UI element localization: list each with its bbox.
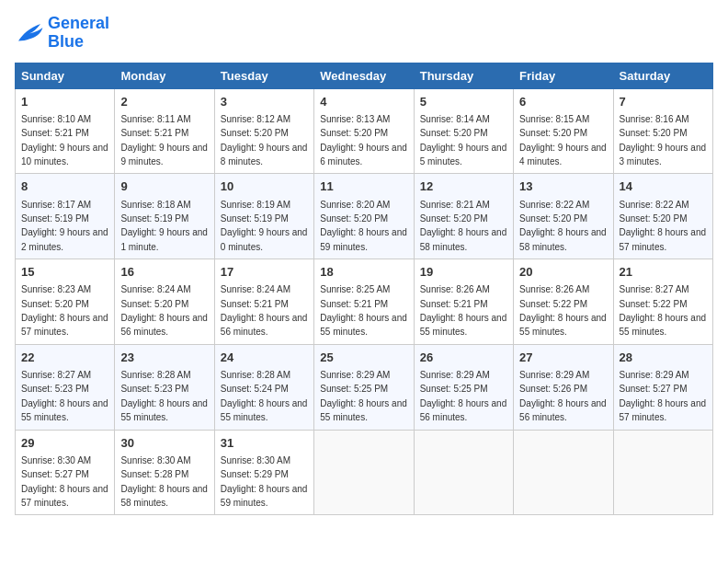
day-info: Sunrise: 8:16 AMSunset: 5:20 PMDaylight:…: [620, 114, 707, 167]
day-info: Sunrise: 8:30 AMSunset: 5:27 PMDaylight:…: [21, 455, 108, 508]
day-cell-8: 8Sunrise: 8:17 AMSunset: 5:19 PMDaylight…: [16, 174, 115, 259]
day-number: 23: [120, 350, 208, 366]
day-cell-13: 13Sunrise: 8:22 AMSunset: 5:20 PMDayligh…: [514, 174, 613, 259]
day-info: Sunrise: 8:30 AMSunset: 5:28 PMDaylight:…: [120, 455, 208, 508]
day-number: 1: [21, 94, 108, 110]
day-number: 30: [120, 435, 208, 452]
day-cell-10: 10Sunrise: 8:19 AMSunset: 5:19 PMDayligh…: [214, 174, 313, 259]
day-info: Sunrise: 8:25 AMSunset: 5:21 PMDaylight:…: [320, 284, 407, 337]
day-cell-21: 21Sunrise: 8:27 AMSunset: 5:22 PMDayligh…: [613, 259, 712, 345]
day-info: Sunrise: 8:15 AMSunset: 5:20 PMDaylight:…: [519, 114, 607, 167]
day-number: 27: [519, 350, 607, 366]
day-number: 20: [519, 264, 607, 281]
day-info: Sunrise: 8:27 AMSunset: 5:23 PMDaylight:…: [21, 370, 108, 422]
day-cell-4: 4Sunrise: 8:13 AMSunset: 5:20 PMDaylight…: [314, 88, 414, 174]
logo-text: General Blue: [48, 15, 109, 52]
calendar-week-1: 1Sunrise: 8:10 AMSunset: 5:21 PMDaylight…: [16, 88, 713, 174]
day-number: 12: [420, 178, 507, 195]
day-number: 31: [221, 435, 308, 452]
day-info: Sunrise: 8:11 AMSunset: 5:21 PMDaylight:…: [120, 114, 208, 167]
day-number: 15: [21, 264, 108, 281]
day-cell-23: 23Sunrise: 8:28 AMSunset: 5:23 PMDayligh…: [115, 344, 214, 430]
day-number: 26: [420, 350, 507, 366]
day-header-tuesday: Tuesday: [214, 63, 313, 88]
day-header-thursday: Thursday: [414, 63, 513, 88]
day-info: Sunrise: 8:14 AMSunset: 5:20 PMDaylight:…: [420, 114, 507, 167]
day-cell-25: 25Sunrise: 8:29 AMSunset: 5:25 PMDayligh…: [314, 344, 414, 430]
day-cell-20: 20Sunrise: 8:26 AMSunset: 5:22 PMDayligh…: [514, 259, 613, 345]
day-cell-14: 14Sunrise: 8:22 AMSunset: 5:20 PMDayligh…: [613, 174, 712, 259]
calendar-week-4: 22Sunrise: 8:27 AMSunset: 5:23 PMDayligh…: [16, 344, 713, 430]
day-number: 16: [120, 264, 208, 281]
day-number: 22: [21, 350, 108, 366]
day-info: Sunrise: 8:17 AMSunset: 5:19 PMDaylight:…: [21, 200, 108, 252]
day-number: 8: [21, 178, 108, 195]
calendar-week-2: 8Sunrise: 8:17 AMSunset: 5:19 PMDaylight…: [16, 174, 713, 259]
day-info: Sunrise: 8:29 AMSunset: 5:25 PMDaylight:…: [320, 370, 407, 422]
empty-cell: [314, 430, 414, 515]
day-info: Sunrise: 8:24 AMSunset: 5:20 PMDaylight:…: [120, 284, 208, 337]
header-row: SundayMondayTuesdayWednesdayThursdayFrid…: [16, 63, 713, 88]
day-info: Sunrise: 8:29 AMSunset: 5:25 PMDaylight:…: [420, 370, 507, 422]
day-cell-9: 9Sunrise: 8:18 AMSunset: 5:19 PMDaylight…: [115, 174, 214, 259]
day-number: 19: [420, 264, 507, 281]
day-number: 10: [221, 178, 308, 195]
day-info: Sunrise: 8:18 AMSunset: 5:19 PMDaylight:…: [120, 200, 208, 252]
day-number: 21: [620, 264, 707, 281]
day-info: Sunrise: 8:28 AMSunset: 5:23 PMDaylight:…: [120, 370, 208, 422]
day-number: 17: [221, 264, 308, 281]
day-cell-18: 18Sunrise: 8:25 AMSunset: 5:21 PMDayligh…: [314, 259, 414, 345]
day-header-monday: Monday: [115, 63, 214, 88]
calendar-week-3: 15Sunrise: 8:23 AMSunset: 5:20 PMDayligh…: [16, 259, 713, 345]
logo: General Blue: [15, 15, 109, 52]
day-number: 24: [221, 350, 308, 366]
day-header-friday: Friday: [514, 63, 613, 88]
day-number: 13: [519, 178, 607, 195]
day-header-wednesday: Wednesday: [314, 63, 414, 88]
calendar-week-5: 29Sunrise: 8:30 AMSunset: 5:27 PMDayligh…: [16, 430, 713, 515]
empty-cell: [414, 430, 513, 515]
day-number: 6: [519, 94, 607, 110]
calendar-table: SundayMondayTuesdayWednesdayThursdayFrid…: [15, 63, 713, 516]
day-info: Sunrise: 8:22 AMSunset: 5:20 PMDaylight:…: [620, 200, 707, 252]
day-number: 18: [320, 264, 407, 281]
day-number: 29: [21, 435, 108, 452]
day-number: 9: [120, 178, 208, 195]
day-header-saturday: Saturday: [613, 63, 712, 88]
day-number: 14: [620, 178, 707, 195]
day-number: 3: [221, 94, 308, 110]
empty-cell: [613, 430, 712, 515]
day-cell-31: 31Sunrise: 8:30 AMSunset: 5:29 PMDayligh…: [214, 430, 313, 515]
day-cell-16: 16Sunrise: 8:24 AMSunset: 5:20 PMDayligh…: [115, 259, 214, 345]
day-number: 28: [620, 350, 707, 366]
day-info: Sunrise: 8:20 AMSunset: 5:20 PMDaylight:…: [320, 200, 407, 252]
day-cell-2: 2Sunrise: 8:11 AMSunset: 5:21 PMDaylight…: [115, 88, 214, 174]
day-info: Sunrise: 8:24 AMSunset: 5:21 PMDaylight:…: [221, 284, 308, 337]
day-cell-19: 19Sunrise: 8:26 AMSunset: 5:21 PMDayligh…: [414, 259, 513, 345]
day-cell-27: 27Sunrise: 8:29 AMSunset: 5:26 PMDayligh…: [514, 344, 613, 430]
day-info: Sunrise: 8:29 AMSunset: 5:26 PMDaylight:…: [519, 370, 607, 422]
day-info: Sunrise: 8:28 AMSunset: 5:24 PMDaylight:…: [221, 370, 308, 422]
day-info: Sunrise: 8:30 AMSunset: 5:29 PMDaylight:…: [221, 455, 308, 508]
day-header-sunday: Sunday: [16, 63, 115, 88]
day-cell-28: 28Sunrise: 8:29 AMSunset: 5:27 PMDayligh…: [613, 344, 712, 430]
empty-cell: [514, 430, 613, 515]
day-info: Sunrise: 8:13 AMSunset: 5:20 PMDaylight:…: [320, 114, 407, 167]
day-cell-6: 6Sunrise: 8:15 AMSunset: 5:20 PMDaylight…: [514, 88, 613, 174]
day-cell-5: 5Sunrise: 8:14 AMSunset: 5:20 PMDaylight…: [414, 88, 513, 174]
day-info: Sunrise: 8:12 AMSunset: 5:20 PMDaylight:…: [221, 114, 308, 167]
day-cell-26: 26Sunrise: 8:29 AMSunset: 5:25 PMDayligh…: [414, 344, 513, 430]
day-cell-15: 15Sunrise: 8:23 AMSunset: 5:20 PMDayligh…: [16, 259, 115, 345]
day-info: Sunrise: 8:27 AMSunset: 5:22 PMDaylight:…: [620, 284, 707, 337]
day-cell-17: 17Sunrise: 8:24 AMSunset: 5:21 PMDayligh…: [214, 259, 313, 345]
day-info: Sunrise: 8:26 AMSunset: 5:22 PMDaylight:…: [519, 284, 607, 337]
day-cell-30: 30Sunrise: 8:30 AMSunset: 5:28 PMDayligh…: [115, 430, 214, 515]
day-info: Sunrise: 8:19 AMSunset: 5:19 PMDaylight:…: [221, 200, 308, 252]
day-info: Sunrise: 8:29 AMSunset: 5:27 PMDaylight:…: [620, 370, 707, 422]
day-cell-22: 22Sunrise: 8:27 AMSunset: 5:23 PMDayligh…: [16, 344, 115, 430]
day-info: Sunrise: 8:10 AMSunset: 5:21 PMDaylight:…: [21, 114, 108, 167]
day-number: 7: [620, 94, 707, 110]
day-info: Sunrise: 8:23 AMSunset: 5:20 PMDaylight:…: [21, 284, 108, 337]
day-cell-12: 12Sunrise: 8:21 AMSunset: 5:20 PMDayligh…: [414, 174, 513, 259]
day-number: 25: [320, 350, 407, 366]
